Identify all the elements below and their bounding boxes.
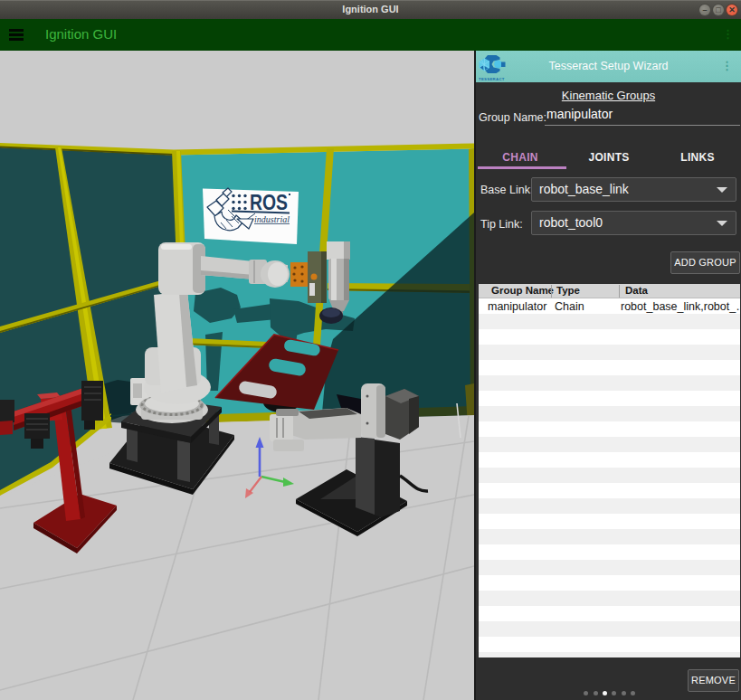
svg-text:ROS: ROS xyxy=(250,190,288,214)
svg-text:industrial: industrial xyxy=(254,214,290,224)
